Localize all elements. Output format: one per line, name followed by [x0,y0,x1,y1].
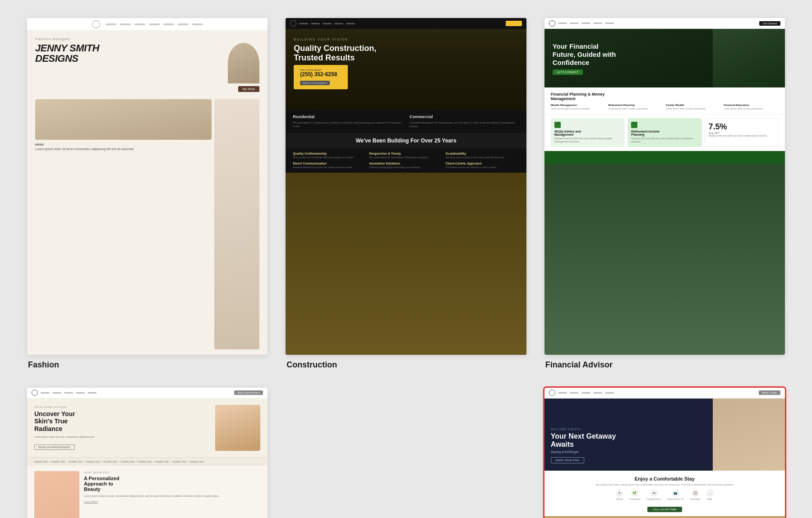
financial-hero-image [713,29,785,87]
bnb-bottom-image [544,516,785,518]
esthetician-hero-button: BOOK AN APPOINTMENT [34,445,75,450]
card-bed-and-breakfast[interactable]: Book a Stay WELCOME GUESTS Your Next Get… [544,388,785,518]
bnb-hero-left: WELCOME GUESTS Your Next GetawayAwaits S… [544,399,713,471]
financial-nav-button: Get Started [759,21,780,26]
bnb-amenity-icon-tours: 🗺 [651,490,657,496]
list-item: Wealth Management Lorem ipsum dolor sit … [551,104,606,110]
card-esthetician[interactable]: Book Appointment SKIN CARE STUDIO Uncove… [27,388,268,518]
bnb-comfort-button: CALL US ANYTIME [647,507,682,512]
financial-card-icon-2 [631,122,637,128]
construction-service-text-1: Commercial projects for businesses, we c… [410,121,519,128]
list-item: Innovative Solutions Utilizing cutting-e… [369,162,443,169]
esthetician-hero-image [215,405,260,451]
fashion-cta-button: My Work [238,86,259,92]
construction-bottom-image [286,173,526,355]
fashion-label: Fashion [27,360,268,370]
esthetician-section: OUR SERVICES A PersonalizedApproach toBe… [27,466,268,518]
list-item: 🛁 Bath [707,490,713,500]
list-item: 🗺 Guided Tours [646,490,661,500]
list-item: Retirement Planning Lorem ipsum dolor si… [608,104,663,110]
construction-cta-phone: (255) 352-6258 [300,71,341,78]
bnb-hero-title: Your Next GetawayAwaits [551,432,706,448]
bnb-comfort-title: Enjoy a Comfortable Stay [551,476,779,481]
construction-service-text-0: We specialize in crafting home solutions… [293,121,402,128]
financial-advisor-label: Financial Advisor [544,360,785,370]
financial-nav: Get Started [544,18,785,29]
esthetician-section-desc: Lorem ipsum dolor sit amet, consectetur … [84,495,260,498]
esthetician-nav-links [41,392,231,394]
fashion-hero-subtitle: Fashion Designer [35,37,259,41]
construction-cta-box: Get a Free Quote (255) 352-6258 Book a C… [294,65,348,89]
list-item: • Healthy Skin [102,460,117,463]
bnb-amenity-icon-meals: ☕ [616,490,623,496]
list-item: • Healthy Skin [137,460,152,463]
esthetician-hero: SKIN CARE STUDIO Uncover YourSkin's True… [27,399,268,457]
construction-nav [286,18,526,29]
financial-logo [549,20,555,27]
list-item: ☕ Meals [616,490,623,500]
financial-planning-section: Financial Planning & MoneyManagement Wea… [544,87,785,115]
fashion-hero-image [228,43,259,83]
esthetician-logo [32,390,38,396]
construction-service-title-0: Residential [293,115,402,119]
esthetician-hero-desc: Lorem ipsum dolor sit amet, consectetur … [34,435,211,439]
esthetician-thumbnail[interactable]: Book Appointment SKIN CARE STUDIO Uncove… [27,388,268,518]
list-item: • Healthy Skin [119,460,134,463]
construction-nav-links [299,23,503,24]
construction-hero-title: Quality Construction,Trusted Results [294,44,518,62]
card-financial-advisor[interactable]: Get Started Your FinancialFuture, Guided… [544,18,785,370]
fashion-hero-text: JENNY SMITHDESIGNS [35,43,223,64]
bnb-comfort-section: Enjoy a Comfortable Stay Our guests have… [544,471,785,517]
construction-label: Construction [286,360,526,370]
financial-cards-grid: 401(k) Advice andManagement Replace this… [544,115,785,151]
financial-hero-button: LET'S CONNECT [553,69,583,75]
bnb-amenities: ☕ Meals 🌿 Courtyard 🗺 Guided Tours 📺 Fla… [551,490,779,500]
fashion-gallery-right-image [214,99,259,349]
construction-service-residential: Residential We specialize in crafting ho… [293,115,402,128]
list-item: Healthy Skin [34,460,48,463]
esthetician-section-label: OUR SERVICES [84,471,260,474]
fashion-logo [92,20,100,28]
construction-service-commercial: Commercial Commercial projects for busin… [410,115,519,128]
card-construction[interactable]: BUILDING YOUR VISION Quality Constructio… [286,18,526,370]
bnb-nav-button: Book a Stay [759,390,780,395]
financial-card-number: 7.5% [709,122,775,132]
esthetician-section-text: OUR SERVICES A PersonalizedApproach toBe… [84,471,260,518]
bnb-hero-image [713,399,785,471]
bnb-comfort-text: Our guests have been raving about how co… [551,483,779,487]
list-item: Quality Craftsmanship Every project we u… [293,152,366,159]
list-item: Retirement IncomePlanning Replace this t… [627,118,701,147]
bnb-thumbnail[interactable]: Book a Stay WELCOME GUESTS Your Next Get… [544,388,785,518]
list-item: • Healthy Skin [189,460,204,463]
financial-thumbnail[interactable]: Get Started Your FinancialFuture, Guided… [544,18,785,355]
fashion-hero: Fashion Designer JENNY SMITHDESIGNS My W… [27,31,268,99]
esthetician-section-image [34,471,79,518]
list-item: 7.5% Avg. APY Replace this text with you… [705,118,779,147]
esthetician-nav: Book Appointment [27,388,268,399]
list-item: Sustainability We bring each product to … [446,152,519,159]
bnb-hero-label: WELCOME GUESTS [551,428,706,431]
esthetician-hero-label: SKIN CARE STUDIO [34,406,211,408]
list-item: Client-Centric Approach Our clients are … [446,162,519,169]
list-item: • Healthy Skin [50,460,65,463]
list-item: • Healthy Skin [85,460,100,463]
fashion-gallery: Hello!Lorem ipsum dolor sit amet consect… [27,99,268,355]
construction-thumbnail[interactable]: BUILDING YOUR VISION Quality Constructio… [286,18,526,355]
esthetician-section-link[interactable]: Learn More [84,500,260,503]
esthetician-tags: Healthy Skin • Healthy Skin • Healthy Sk… [27,457,268,466]
financial-nav-links [558,23,757,24]
bnb-hero: WELCOME GUESTS Your Next GetawayAwaits S… [544,399,785,471]
list-item: 🌿 Courtyard [629,490,640,500]
bnb-amenity-icon-bath: 🛁 [707,490,713,496]
esthetician-hero-title: Uncover YourSkin's TrueRadiance [34,410,211,433]
list-item: Family Wealth Lorem ipsum dolor sit amet… [666,104,721,110]
fashion-thumbnail[interactable]: Fashion Designer JENNY SMITHDESIGNS My W… [27,18,268,355]
construction-cta-sub: Book a Consultation [300,81,330,85]
list-item: 📺 Flat Screen TV [668,490,684,500]
fashion-hero-title: JENNY SMITHDESIGNS [35,43,223,64]
list-item: 401(k) Advice andManagement Replace this… [551,118,625,147]
list-item: 🪟 Windows [690,490,700,500]
list-item: • Healthy Skin [171,460,186,463]
list-item: • Healthy Skin [154,460,169,463]
card-fashion[interactable]: Fashion Designer JENNY SMITHDESIGNS My W… [27,18,268,370]
